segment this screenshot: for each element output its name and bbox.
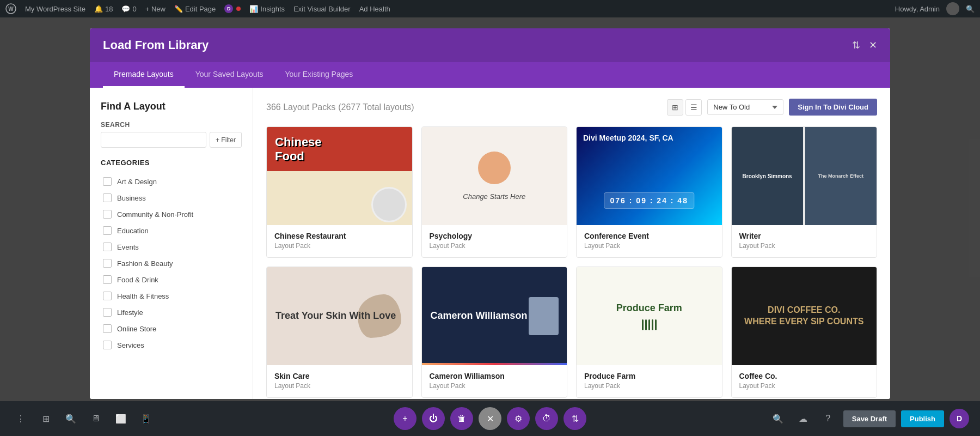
category-business[interactable]: Business xyxy=(101,190,242,206)
category-education[interactable]: Education xyxy=(101,222,242,239)
list-view-button[interactable]: ☰ xyxy=(685,99,702,116)
search-input[interactable] xyxy=(101,132,206,148)
resize-button[interactable]: ⇅ xyxy=(564,407,586,430)
category-lifestyle[interactable]: Lifestyle xyxy=(101,304,242,320)
dots-menu-button[interactable]: ⋮ xyxy=(11,409,30,428)
comment-icon: 💬 xyxy=(121,5,130,13)
save-draft-label: Save Draft xyxy=(852,415,887,423)
view-icons: ⊞ ☰ xyxy=(667,99,702,116)
divi-badge[interactable]: D xyxy=(950,409,969,428)
ad-health-item[interactable]: Ad Health xyxy=(359,5,390,13)
bottom-right: 🔍 ☁ ? Save Draft Publish D xyxy=(768,409,969,428)
card-info-cameron: Cameron Williamson Layout Pack xyxy=(422,365,567,397)
card-name-coffee: Coffee Co. xyxy=(739,372,869,380)
save-draft-button[interactable]: Save Draft xyxy=(843,410,896,427)
category-services[interactable]: Services xyxy=(101,337,242,353)
produce-logo-text: Produce Farm xyxy=(616,302,682,314)
produce-line-5 xyxy=(655,319,657,330)
power-button[interactable]: ⏻ xyxy=(422,407,445,430)
category-fashion[interactable]: Fashion & Beauty xyxy=(101,255,242,271)
category-events[interactable]: Events xyxy=(101,239,242,255)
new-item[interactable]: + New xyxy=(145,5,166,13)
psychology-card-visual: Change Starts Here xyxy=(422,127,567,225)
search-label: Search xyxy=(101,121,242,129)
close-builder-button[interactable]: ✕ xyxy=(479,407,501,430)
bottom-left: ⋮ ⊞ 🔍 🖥 ⬜ 📱 xyxy=(11,409,156,428)
category-checkbox-events[interactable] xyxy=(103,243,112,251)
category-community-label: Community & Non-Profit xyxy=(117,210,193,219)
comments-item[interactable]: 💬 0 xyxy=(121,5,136,13)
desktop-view-button[interactable]: 🖥 xyxy=(86,409,106,428)
tab-existing-pages[interactable]: Your Existing Pages xyxy=(274,62,364,88)
layout-card-writer[interactable]: Brooklyn Simmons The Monarch Effect Writ… xyxy=(731,126,878,258)
category-checkbox-online-store[interactable] xyxy=(103,324,112,333)
filter-columns-icon[interactable]: ⇅ xyxy=(852,39,860,51)
insights-item[interactable]: 📊 Insights xyxy=(249,5,285,13)
site-name-item[interactable]: My WordPress Site xyxy=(25,5,85,13)
tab-premade-layouts[interactable]: Premade Layouts xyxy=(103,62,185,88)
card-info-produce: Produce Farm Layout Pack xyxy=(577,365,722,397)
category-checkbox-fashion[interactable] xyxy=(103,259,112,268)
bell-icon: 🔔 xyxy=(94,5,103,13)
category-food[interactable]: Food & Drink xyxy=(101,271,242,288)
category-checkbox-services[interactable] xyxy=(103,341,112,349)
grid-view-button[interactable]: ⊞ xyxy=(667,99,683,116)
search-right-button[interactable]: 🔍 xyxy=(768,409,788,428)
mobile-view-button[interactable]: 📱 xyxy=(136,409,156,428)
card-type-writer: Layout Pack xyxy=(739,242,869,250)
cloud-right-button[interactable]: ☁ xyxy=(793,409,813,428)
category-art-design-label: Art & Design xyxy=(117,178,157,186)
help-button[interactable]: ? xyxy=(818,409,838,428)
add-section-button[interactable]: + xyxy=(394,407,416,430)
search-tool-button[interactable]: 🔍 xyxy=(61,409,81,428)
layout-card-cameron[interactable]: Cameron Williamson Cameron Williamson La… xyxy=(421,267,568,398)
publish-button[interactable]: Publish xyxy=(901,410,944,427)
layout-card-psychology[interactable]: Change Starts Here Psychology Layout Pac… xyxy=(421,126,568,258)
category-checkbox-art-design[interactable] xyxy=(103,177,112,186)
category-checkbox-lifestyle[interactable] xyxy=(103,308,112,317)
tablet-view-button[interactable]: ⬜ xyxy=(111,409,131,428)
sign-in-cloud-button[interactable]: Sign In To Divi Cloud xyxy=(789,99,877,116)
category-food-label: Food & Drink xyxy=(117,276,158,284)
category-checkbox-community[interactable] xyxy=(103,210,112,219)
filter-button[interactable]: + Filter xyxy=(210,132,242,148)
exit-builder-item[interactable]: Exit Visual Builder xyxy=(293,5,351,13)
card-name-psychology: Psychology xyxy=(430,232,560,240)
notif-count: 18 xyxy=(105,5,113,13)
comment-count: 0 xyxy=(132,5,136,13)
layout-card-conference[interactable]: Divi Meetup 2024, SF, CA 076 : 09 : 24 :… xyxy=(576,126,722,258)
settings-button[interactable]: ⚙ xyxy=(507,407,530,430)
tab-saved-layouts[interactable]: Your Saved Layouts xyxy=(185,62,274,88)
layout-card-skincare[interactable]: Treat Your Skin With Love Skin Care Layo… xyxy=(266,267,413,398)
layout-card-chinese-restaurant[interactable]: ChineseFood Chinese Restaurant Layout Pa… xyxy=(266,126,413,258)
category-community[interactable]: Community & Non-Profit xyxy=(101,206,242,222)
admin-right: Howdy, Admin 🔍 xyxy=(895,2,975,15)
edit-page-item[interactable]: ✏️ Edit Page xyxy=(174,5,216,13)
layout-card-produce[interactable]: Produce Farm xyxy=(576,267,722,398)
layout-count-total: (2677 Total layouts) xyxy=(338,102,414,112)
modal-overlay: Load From Library ⇅ ✕ Premade Layouts Yo… xyxy=(0,17,980,401)
history-button[interactable]: ⏱ xyxy=(535,407,558,430)
close-icon[interactable]: ✕ xyxy=(869,39,877,51)
search-icon[interactable]: 🔍 xyxy=(966,5,975,13)
category-checkbox-food[interactable] xyxy=(103,275,112,284)
category-art-design[interactable]: Art & Design xyxy=(101,173,242,190)
category-checkbox-health[interactable] xyxy=(103,292,112,300)
category-health[interactable]: Health & Fitness xyxy=(101,288,242,304)
cloud-btn-label: Sign In To Divi Cloud xyxy=(798,103,868,111)
card-name-produce: Produce Farm xyxy=(584,372,714,380)
main-content: 366 Layout Packs (2677 Total layouts) ⊞ … xyxy=(253,88,890,399)
category-online-store[interactable]: Online Store xyxy=(101,320,242,337)
card-image-skincare: Treat Your Skin With Love xyxy=(267,267,412,365)
sort-select[interactable]: New To Old Old To New A to Z xyxy=(707,99,783,115)
grid-tool-button[interactable]: ⊞ xyxy=(36,409,56,428)
notifications-item[interactable]: 🔔 18 xyxy=(94,5,113,13)
wp-logo-item[interactable]: W xyxy=(5,3,16,14)
divi-item[interactable]: D xyxy=(224,4,241,13)
layout-card-coffee[interactable]: DIVI COFFEE CO. WHERE EVERY SIP COUNTS C… xyxy=(731,267,878,398)
category-checkbox-business[interactable] xyxy=(103,193,112,202)
card-image-cameron: Cameron Williamson xyxy=(422,267,567,365)
produce-card-visual: Produce Farm xyxy=(577,267,722,365)
category-checkbox-education[interactable] xyxy=(103,226,112,235)
trash-button[interactable]: 🗑 xyxy=(450,407,473,430)
